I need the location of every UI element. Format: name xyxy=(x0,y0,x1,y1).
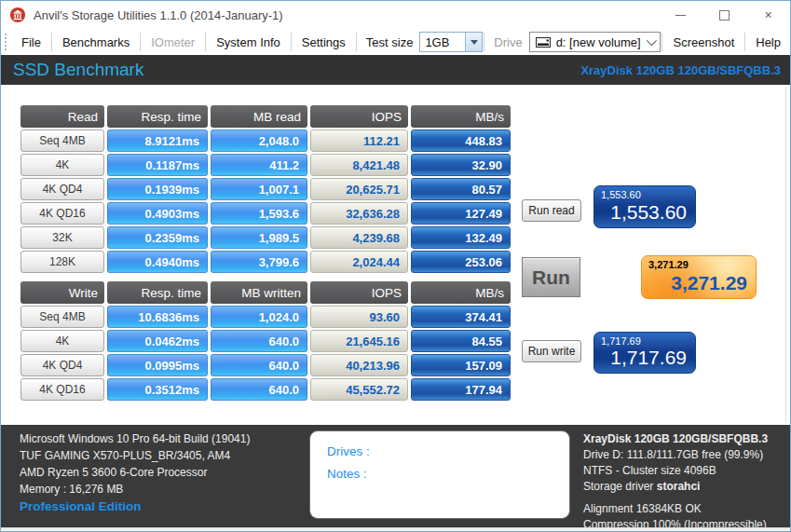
title-bar: Anvil's Storage Utilities 1.1.0 (2014-Ja… xyxy=(1,1,790,29)
read-row-3-iops-value: 32,636.28 xyxy=(310,202,408,225)
write-row-0-resp-value: 10.6836ms xyxy=(107,306,208,328)
menu-separator xyxy=(291,33,292,51)
total-score-large: 3,271.29 xyxy=(671,272,747,294)
read-row-5-mbs-value: 253.06 xyxy=(411,251,511,273)
close-icon: × xyxy=(764,8,771,21)
window-bottom-strip xyxy=(1,527,791,532)
write-header-label: Write xyxy=(20,281,104,304)
edition-label: Professional Edition xyxy=(20,499,142,513)
motherboard-line: TUF GAMING X570-PLUS_BR/3405, AM4 xyxy=(20,447,250,464)
notes-label: Notes : xyxy=(327,463,569,485)
drive-value: d: [new volume] xyxy=(556,35,641,49)
write-row-3-mb-value: 640.0 xyxy=(211,378,307,401)
drive-filesystem-line: NTFS - Cluster size 4096B xyxy=(583,463,768,479)
content-right-divider xyxy=(785,87,786,422)
memory-line: Memory : 16,276 MB xyxy=(20,481,250,498)
toolbar-grip[interactable] xyxy=(5,34,7,50)
storage-driver-value: storahci xyxy=(657,480,701,493)
read-row-5-label-button[interactable]: 128K xyxy=(20,251,104,273)
run-read-button[interactable]: Run read xyxy=(522,199,581,222)
write-header-mb: MB written xyxy=(211,281,307,304)
write-row-2-resp-value: 0.0995ms xyxy=(107,354,208,376)
read-row-2-iops-value: 20,625.71 xyxy=(310,178,408,200)
chevron-down-icon xyxy=(471,40,478,45)
menu-screenshot[interactable]: Screenshot xyxy=(663,35,743,49)
drives-notes-box[interactable]: Drives : Notes : xyxy=(309,430,570,519)
write-row-2-label-button[interactable]: 4K QD4 xyxy=(20,354,104,376)
menu-bar: File Benchmarks IOmeter System Info Sett… xyxy=(1,29,790,55)
minimize-icon xyxy=(675,15,686,16)
test-size-label: Test size xyxy=(358,35,420,49)
write-row-3-mbs-value: 177.94 xyxy=(411,378,511,401)
close-button[interactable]: × xyxy=(746,1,790,29)
menu-file[interactable]: File xyxy=(12,35,50,49)
menu-separator xyxy=(744,33,745,51)
menu-separator xyxy=(205,33,206,51)
write-row-1-label-button[interactable]: 4K xyxy=(20,330,104,352)
read-row-0-label-button[interactable]: Seq 4MB xyxy=(20,130,104,152)
read-header-label: Read xyxy=(20,105,104,128)
read-row-2-mbs-value: 80.57 xyxy=(411,178,511,200)
write-row-0-mbs-value: 374.41 xyxy=(411,306,511,328)
storage-driver-label: Storage driver xyxy=(583,480,653,493)
menu-iometer: IOmeter xyxy=(142,35,204,49)
run-write-button[interactable]: Run write xyxy=(522,340,581,362)
total-score-box: 3,271.29 3,271.29 xyxy=(641,255,757,299)
read-row-1-mb-value: 411.2 xyxy=(211,154,307,176)
read-row-0-mb-value: 2,048.0 xyxy=(211,130,307,152)
footer-panel: Microsoft Windows 10 Pro 64-bit Build (1… xyxy=(1,425,791,527)
menu-separator xyxy=(51,33,52,51)
read-header-mb: MB read xyxy=(211,105,307,128)
drive-label: Drive xyxy=(485,35,528,49)
test-size-select[interactable]: 1GB xyxy=(419,32,483,52)
drive-capacity-line: Drive D: 111.8/111.7GB free (99.9%) xyxy=(583,447,768,463)
test-size-dropdown-button[interactable] xyxy=(465,33,482,51)
drive-icon xyxy=(536,37,551,48)
write-header-mbs: MB/s xyxy=(411,281,511,304)
read-score-box: 1,553.60 1,553.60 xyxy=(593,185,696,228)
app-window: Anvil's Storage Utilities 1.1.0 (2014-Ja… xyxy=(0,0,791,532)
read-header-iops: IOPS xyxy=(310,105,408,128)
write-row-1-resp-value: 0.0462ms xyxy=(107,330,208,352)
read-row-5-resp-value: 0.4940ms xyxy=(107,251,208,273)
read-row-4-label-button[interactable]: 32K xyxy=(20,226,104,249)
write-score-box: 1,717.69 1,717.69 xyxy=(593,332,696,374)
drive-select[interactable]: d: [new volume] xyxy=(529,32,661,52)
read-table: ReadResp. timeMB readIOPSMB/sSeq 4MB8.91… xyxy=(20,105,511,273)
minimize-button[interactable] xyxy=(659,1,702,29)
read-row-1-iops-value: 8,421.48 xyxy=(310,154,408,176)
read-row-4-mb-value: 1,989.5 xyxy=(211,226,307,249)
storage-driver-line: Storage driver storahci xyxy=(583,479,768,495)
menu-separator xyxy=(356,33,357,51)
cpu-line: AMD Ryzen 5 3600 6-Core Processor xyxy=(20,464,250,481)
run-button[interactable]: Run xyxy=(522,257,580,297)
read-header-mbs: MB/s xyxy=(411,105,511,128)
read-row-3-label-button[interactable]: 4K QD16 xyxy=(20,202,104,225)
menu-system-info[interactable]: System Info xyxy=(207,35,290,49)
write-header-resp: Resp. time xyxy=(107,281,208,304)
device-name: XrayDisk 120GB 120GB/SBFQBB.3 xyxy=(580,63,781,77)
menu-benchmarks[interactable]: Benchmarks xyxy=(53,35,139,49)
read-row-3-resp-value: 0.4903ms xyxy=(107,202,208,225)
read-row-2-label-button[interactable]: 4K QD4 xyxy=(20,178,104,200)
drive-name-line: XrayDisk 120GB 120GB/SBFQBB.3 xyxy=(583,431,768,447)
write-row-3-iops-value: 45,552.72 xyxy=(310,378,408,401)
read-header-resp: Resp. time xyxy=(107,105,208,128)
benchmark-area: ReadResp. timeMB readIOPSMB/sSeq 4MB8.91… xyxy=(1,85,791,425)
menu-settings[interactable]: Settings xyxy=(293,35,355,49)
menu-separator xyxy=(484,33,484,51)
write-row-1-iops-value: 21,645.16 xyxy=(310,330,408,352)
write-row-3-label-button[interactable]: 4K QD16 xyxy=(20,378,104,401)
write-row-0-label-button[interactable]: Seq 4MB xyxy=(20,306,104,328)
test-size-value: 1GB xyxy=(420,35,449,49)
read-score-large: 1,553.60 xyxy=(610,201,687,224)
read-row-2-mb-value: 1,007.1 xyxy=(211,178,307,200)
menu-help[interactable]: Help xyxy=(746,35,790,49)
read-row-1-label-button[interactable]: 4K xyxy=(20,154,104,176)
write-row-2-iops-value: 40,213.96 xyxy=(310,354,408,376)
menu-separator xyxy=(661,33,662,51)
alignment-line: Alignment 16384KB OK xyxy=(583,501,768,517)
maximize-button[interactable] xyxy=(702,1,746,29)
app-icon xyxy=(9,7,26,23)
drive-info-block: XrayDisk 120GB 120GB/SBFQBB.3 Drive D: 1… xyxy=(583,431,768,532)
